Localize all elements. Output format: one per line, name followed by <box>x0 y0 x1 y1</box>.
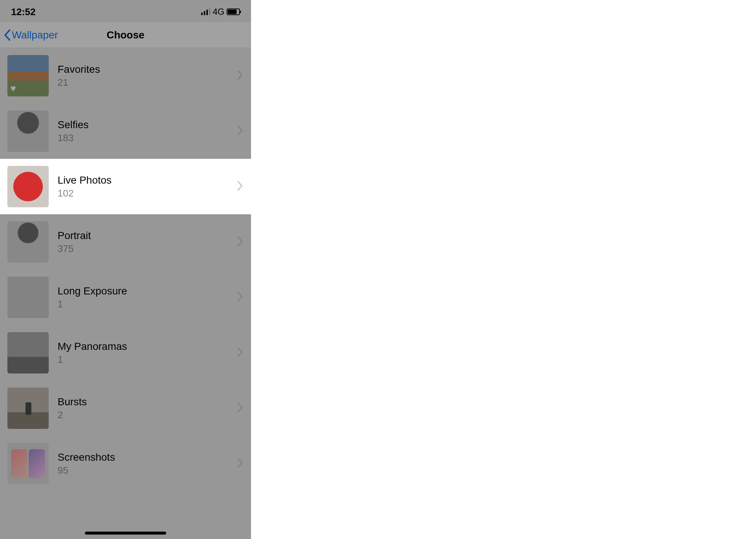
album-my-panoramas[interactable]: My Panoramas 1 <box>0 325 251 381</box>
chevron-right-icon <box>237 70 243 81</box>
album-title: Favorites <box>58 64 100 75</box>
chevron-right-icon <box>237 403 243 414</box>
status-bar: 12:52 4G <box>0 0 251 22</box>
album-count: 102 <box>58 188 111 199</box>
home-indicator[interactable] <box>85 532 166 535</box>
album-title: My Panoramas <box>58 341 127 352</box>
album-title: Selfies <box>58 119 89 131</box>
chevron-right-icon <box>237 458 243 469</box>
signal-icon <box>201 8 210 15</box>
chevron-right-icon <box>237 347 243 358</box>
album-text: My Panoramas 1 <box>58 341 127 365</box>
album-thumbnail <box>7 277 49 318</box>
album-count: 375 <box>58 243 91 255</box>
chevron-right-icon <box>237 292 243 303</box>
album-title: Live Photos <box>58 174 111 186</box>
album-favorites[interactable]: Favorites 21 <box>0 48 251 103</box>
network-label: 4G <box>213 7 224 17</box>
chevron-right-icon <box>237 181 243 192</box>
album-list: Favorites 21 Selfies 183 Live Photos 102… <box>0 48 251 491</box>
album-thumbnail <box>7 221 49 263</box>
album-thumbnail <box>7 55 49 96</box>
album-thumbnail <box>7 110 49 152</box>
album-text: Screenshots 95 <box>58 451 115 476</box>
battery-icon <box>227 8 240 15</box>
chevron-right-icon <box>237 126 243 137</box>
album-text: Portrait 375 <box>58 230 91 255</box>
album-thumbnail <box>7 332 49 373</box>
album-title: Long Exposure <box>58 285 127 297</box>
album-thumbnail <box>7 388 49 429</box>
album-thumbnail <box>7 166 49 207</box>
album-count: 1 <box>58 354 127 365</box>
album-count: 95 <box>58 465 115 476</box>
album-title: Bursts <box>58 396 87 408</box>
album-screenshots[interactable]: Screenshots 95 <box>0 436 251 491</box>
album-portrait[interactable]: Portrait 375 <box>0 214 251 270</box>
album-count: 21 <box>58 77 100 88</box>
nav-bar: Wallpaper Choose <box>0 22 251 48</box>
album-bursts[interactable]: Bursts 2 <box>0 381 251 436</box>
status-right: 4G <box>201 7 240 17</box>
album-count: 2 <box>58 409 87 421</box>
album-thumbnail <box>7 443 49 484</box>
album-text: Bursts 2 <box>58 396 87 421</box>
album-count: 183 <box>58 132 89 144</box>
page-title: Choose <box>0 29 251 41</box>
album-long-exposure[interactable]: Long Exposure 1 <box>0 270 251 325</box>
album-count: 1 <box>58 299 127 310</box>
album-title: Screenshots <box>58 451 115 463</box>
album-text: Selfies 183 <box>58 119 89 144</box>
choose-album-screen: 12:52 4G Wallpaper Choose Favorites 21 S… <box>0 0 251 539</box>
chevron-right-icon <box>237 236 243 248</box>
status-time: 12:52 <box>11 6 36 18</box>
album-live-photos[interactable]: Live Photos 102 <box>0 159 251 214</box>
album-text: Long Exposure 1 <box>58 285 127 310</box>
album-text: Live Photos 102 <box>58 174 111 199</box>
album-selfies[interactable]: Selfies 183 <box>0 103 251 159</box>
album-title: Portrait <box>58 230 91 242</box>
album-text: Favorites 21 <box>58 64 100 88</box>
